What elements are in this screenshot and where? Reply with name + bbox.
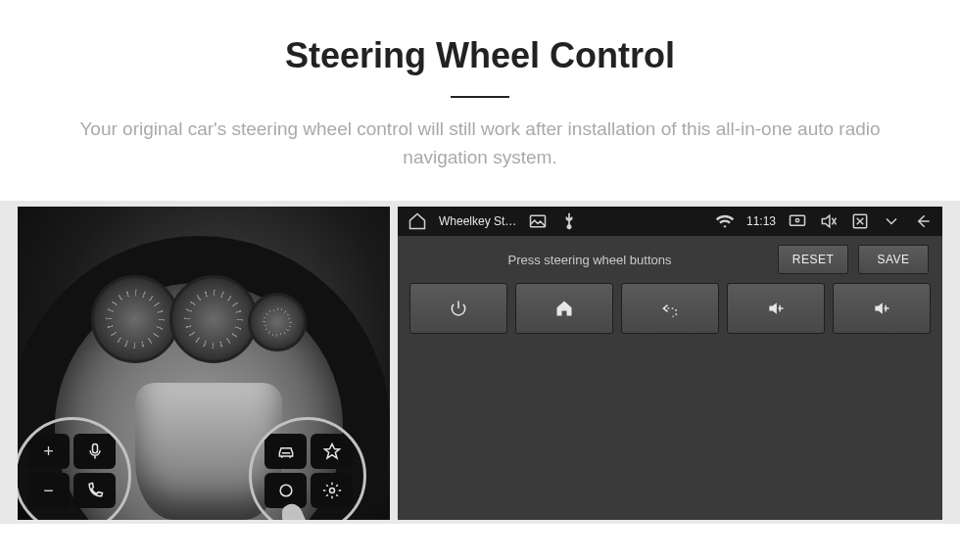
tile-volume-up-1[interactable] [727, 283, 825, 334]
wheel-left-pad: + − [27, 434, 116, 508]
wheel-btn-plus: + [27, 434, 70, 469]
usb-icon [559, 211, 579, 231]
page-title: Steering Wheel Control [0, 35, 960, 76]
head-unit-screen: Wheelkey St… 11:13 [398, 207, 942, 520]
wheel-btn-car [264, 434, 307, 469]
status-app-title: Wheelkey St… [439, 214, 516, 228]
steering-wheel-photo: + − [18, 207, 390, 520]
toolbar: Press steering wheel buttons RESET SAVE [398, 236, 942, 283]
cast-icon[interactable] [788, 211, 807, 231]
svg-rect-2 [531, 215, 546, 227]
caret-down-icon[interactable] [882, 211, 901, 231]
reset-button[interactable]: RESET [778, 245, 848, 274]
home-icon[interactable] [408, 211, 427, 231]
content-row: + − [0, 201, 960, 524]
function-tile-row [398, 283, 942, 334]
back-nav-icon[interactable] [913, 211, 933, 231]
wheel-btn-nav [311, 434, 353, 469]
svg-rect-3 [791, 215, 805, 225]
wheel-btn-voice [73, 434, 116, 469]
close-app-icon[interactable] [850, 211, 870, 231]
status-bar: Wheelkey St… 11:13 [398, 207, 942, 236]
wheel-btn-circle [264, 473, 307, 508]
instruction-text: Press steering wheel buttons [411, 253, 768, 267]
tile-power[interactable] [409, 283, 507, 334]
image-icon [528, 211, 548, 231]
tile-volume-up-2[interactable] [833, 283, 931, 334]
tile-home[interactable] [515, 283, 613, 334]
wheel-btn-minus: − [27, 473, 70, 508]
svg-point-1 [329, 489, 334, 493]
mute-icon[interactable] [819, 211, 839, 231]
tile-back[interactable] [621, 283, 719, 334]
svg-point-4 [795, 219, 798, 222]
wheel-btn-gear [311, 473, 353, 508]
status-time: 11:13 [746, 214, 776, 228]
svg-point-0 [280, 485, 292, 496]
save-button[interactable]: SAVE [858, 245, 929, 274]
title-divider [451, 96, 509, 98]
wheel-btn-phone [73, 473, 116, 508]
wifi-icon [715, 211, 735, 231]
page-subtitle: Your original car's steering wheel contr… [59, 116, 901, 171]
wheel-right-pad [264, 434, 353, 508]
